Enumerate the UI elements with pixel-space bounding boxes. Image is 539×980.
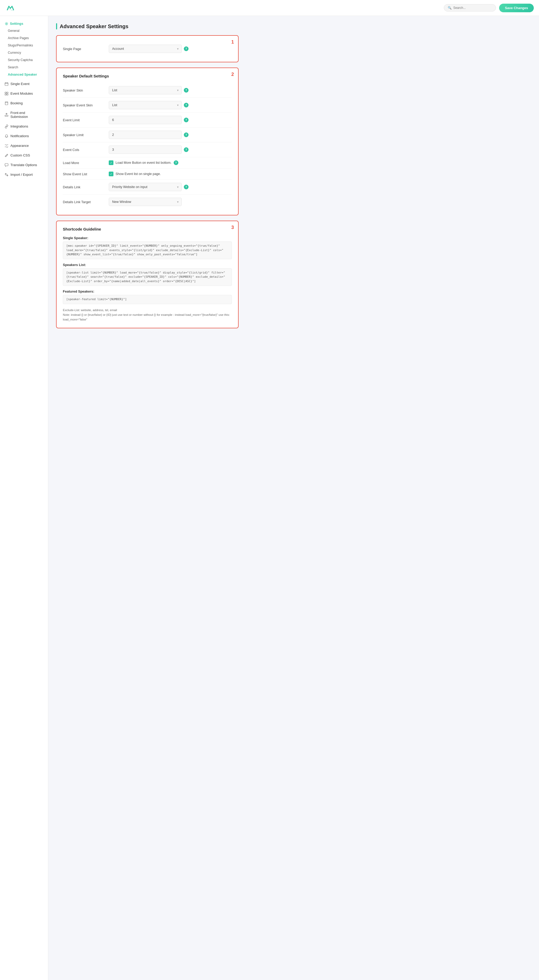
sidebar-group-label-single-event[interactable]: Single Event [0,80,48,88]
sidebar-item-search[interactable]: Search [0,64,48,71]
top-header: 🔍 Save Changes [0,0,539,16]
page-title-bar [56,23,57,29]
shortcode-footer: Exclude-List: website, address, tel, ema… [63,308,232,322]
sidebar-item-general[interactable]: General [0,27,48,34]
card-number-2: 2 [231,72,234,77]
details-link-target-select[interactable]: New Window Same Window [109,198,182,206]
sliders-icon [5,144,8,148]
event-limit-input[interactable] [109,116,182,124]
logo-icon [5,3,16,13]
section-2-card: 2 Speaker Default Settings Speaker Skin … [56,68,238,215]
speakers-list-code: [speaker-list limit="{NUMBER}" load_more… [63,268,232,286]
section-2-title: Speaker Default Settings [63,74,232,78]
appearance-label: Appearance [10,144,29,148]
details-link-target-label: Details Link Target [63,200,105,204]
card-number-1: 1 [231,40,234,45]
details-link-help-icon[interactable]: ? [184,185,189,189]
featured-speakers-title: Featured Speakers: [63,290,232,293]
speaker-limit-row: Speaker Limit ? [63,127,232,142]
sidebar-item-currency[interactable]: Currency [0,49,48,56]
speaker-limit-label: Speaker Limit [63,133,105,137]
load-more-help-icon[interactable]: ? [174,161,178,165]
event-modules-label: Event Modules [10,92,33,95]
speaker-skin-label: Speaker Skin [63,88,105,92]
single-page-row: Single Page Account Default Custom ▼ ? [63,41,232,56]
sidebar-group-label-integrations[interactable]: Integrations [0,122,48,130]
svg-rect-4 [7,92,8,93]
translate-options-label: Translate Options [10,163,37,167]
single-page-select[interactable]: Account Default Custom [109,45,182,53]
speaker-skin-select[interactable]: List Grid Default [109,86,182,94]
show-event-list-row: Show Event List ✓ Show Event list on sin… [63,169,232,180]
single-page-help-icon[interactable]: ? [184,46,189,51]
speaker-event-skin-select[interactable]: List Grid Default [109,101,182,109]
save-changes-button-top[interactable]: Save Changes [499,4,534,12]
speaker-skin-help-icon[interactable]: ? [184,88,189,92]
show-event-list-checkbox[interactable]: ✓ [109,172,113,176]
custom-css-label: Custom CSS [10,153,30,157]
svg-rect-8 [5,115,8,116]
sidebar-group-label-notifications[interactable]: Notifications [0,132,48,140]
event-limit-help-icon[interactable]: ? [184,118,189,122]
load-more-checkbox[interactable]: ✓ [109,161,113,165]
sidebar-group-label-appearance[interactable]: Appearance [0,142,48,150]
app-wrapper: 🔍 Save Changes Settings General Archive … [0,0,539,980]
sidebar-item-archive-pages[interactable]: Archive Pages [0,34,48,42]
svg-rect-7 [5,102,8,105]
sidebar-group-integrations: Integrations [0,122,48,130]
integrations-label: Integrations [10,124,28,128]
sidebar-group-single-event: Single Event [0,80,48,88]
sidebar-item-slugs-permalinks[interactable]: Slugs/Permalinks [0,42,48,49]
load-more-row: Load More ✓ Load More Button on event li… [63,157,232,169]
show-event-list-control: ✓ Show Event list on single page. [109,172,232,176]
event-cols-input[interactable] [109,145,182,154]
sidebar-item-advanced-speaker[interactable]: Advanced Speaker [0,71,48,78]
event-limit-label: Event Limit [63,118,105,122]
sidebar-group-notifications: Notifications [0,132,48,140]
featured-speakers-code: [speaker-featured limit="{NUMBER}"] [63,295,232,304]
search-box[interactable]: 🔍 [444,4,496,11]
settings-icon [5,22,8,25]
link-icon [5,125,8,128]
header-right: 🔍 Save Changes [444,4,534,12]
logo-area [5,3,16,13]
speaker-skin-control: List Grid Default ▼ ? [109,86,232,94]
event-limit-row: Event Limit ? [63,113,232,127]
svg-rect-9 [5,164,8,166]
sidebar-group-label-booking[interactable]: Booking [0,99,48,107]
sidebar-group-label-translate-options[interactable]: Translate Options [0,161,48,169]
event-cols-help-icon[interactable]: ? [184,147,189,152]
booking-label: Booking [10,101,23,105]
show-event-list-label: Show Event List [63,172,105,176]
bell-icon [5,134,8,138]
sidebar-group-label-frontend-submission[interactable]: Front-end Submission [0,109,48,121]
details-link-target-control: New Window Same Window ▼ [109,198,232,206]
speaker-limit-input[interactable] [109,130,182,139]
svg-rect-3 [5,92,6,93]
details-link-select[interactable]: Priority Website on input Default Custom… [109,183,182,191]
load-more-checkbox-label: Load More Button on event list bottom. [116,161,172,165]
grid-icon [5,92,8,95]
speaker-limit-help-icon[interactable]: ? [184,132,189,137]
load-more-control: ✓ Load More Button on event list bottom.… [109,161,232,165]
frontend-submission-label: Front-end Submission [10,111,43,119]
section-1-card: 1 Single Page Account Default Custom ▼ ? [56,35,238,62]
load-more-label: Load More [63,161,105,165]
sidebar-group-label-custom-css[interactable]: Custom CSS [0,151,48,159]
sidebar: Settings General Archive Pages Slugs/Per… [0,16,48,980]
speaker-event-skin-help-icon[interactable]: ? [184,103,189,107]
svg-rect-6 [7,94,8,95]
sidebar-group-label-event-modules[interactable]: Event Modules [0,89,48,97]
content-area: Advanced Speaker Settings 1 Single Page … [48,16,246,980]
details-link-control: Priority Website on input Default Custom… [109,183,232,191]
details-link-target-row: Details Link Target New Window Same Wind… [63,194,232,209]
search-icon: 🔍 [448,6,452,10]
chat-icon [5,163,8,167]
speaker-event-skin-control: List Grid Default ▼ ? [109,101,232,109]
show-event-list-checkbox-area: ✓ Show Event list on single page. [109,172,232,176]
svg-point-1 [6,23,7,24]
search-input[interactable] [453,6,492,10]
sidebar-item-security-captcha[interactable]: Security Captcha [0,56,48,64]
sidebar-group-label-import-export[interactable]: Import / Export [0,170,48,179]
sidebar-group-appearance: Appearance [0,142,48,150]
